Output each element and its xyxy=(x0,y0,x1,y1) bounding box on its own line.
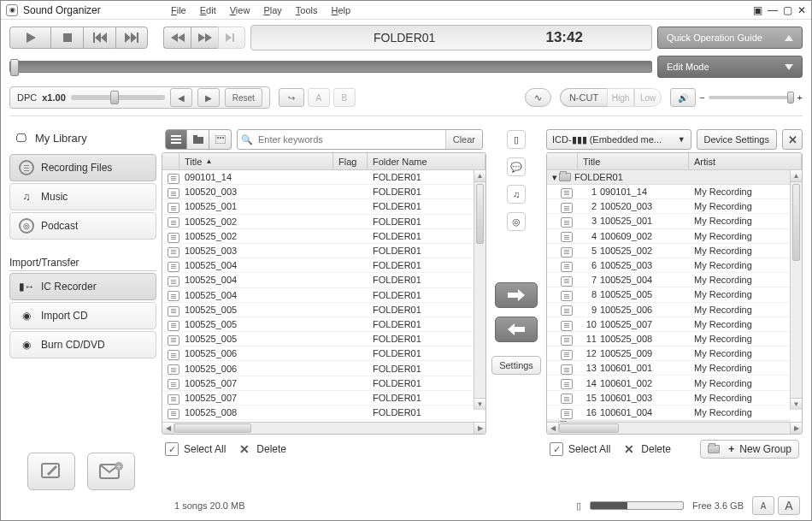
sidebar-item-recording[interactable]: Recording Files xyxy=(9,154,156,181)
tray-icon[interactable]: ▣ xyxy=(753,4,762,16)
device-vscroll[interactable]: ▲▼ xyxy=(790,170,802,410)
stop-button[interactable] xyxy=(50,27,83,49)
device-close-button[interactable]: ✕ xyxy=(782,129,803,150)
search-input[interactable] xyxy=(256,131,445,148)
menu-play[interactable]: Play xyxy=(263,5,281,15)
send-mail-button[interactable]: + xyxy=(87,453,135,490)
sidebar-item-music[interactable]: ♫ Music xyxy=(9,183,156,210)
table-row[interactable]: 6100525_003 My Recording xyxy=(547,258,790,273)
table-row[interactable]: 100525_005 FOLDER01 xyxy=(162,332,474,346)
table-row[interactable]: 100525_006 FOLDER01 xyxy=(162,346,474,361)
table-row[interactable]: 100520_003 FOLDER01 xyxy=(162,185,474,199)
delete-button[interactable]: ✕ Delete xyxy=(238,442,286,456)
table-row[interactable]: 1090101_14 My Recording xyxy=(547,185,790,199)
table-row[interactable]: 100525_007 FOLDER01 xyxy=(162,391,474,406)
volume-icon[interactable]: 🔊 xyxy=(670,88,696,107)
new-group-button[interactable]: + New Group xyxy=(700,440,799,459)
table-row[interactable]: 14100601_002 My Recording xyxy=(547,376,790,390)
table-row[interactable]: 090101_14 FOLDER01 xyxy=(162,170,474,185)
table-row[interactable]: 15100601_003 My Recording xyxy=(547,391,790,406)
menu-edit[interactable]: Edit xyxy=(200,5,216,15)
dev-col-artist[interactable]: Artist xyxy=(689,153,802,169)
table-row[interactable]: 100525_006 FOLDER01 xyxy=(162,361,474,376)
forward-button[interactable] xyxy=(191,27,218,49)
table-row[interactable]: 5100525_002 My Recording xyxy=(547,244,790,258)
table-row[interactable]: 100525_002 FOLDER01 xyxy=(162,215,474,229)
table-row[interactable]: 8100525_005 My Recording xyxy=(547,287,790,302)
device-settings-button[interactable]: Device Settings xyxy=(697,129,777,150)
transfer-to-device-button[interactable] xyxy=(495,282,538,308)
sidebar-item-ic-recorder[interactable]: ▮↔ IC Recorder xyxy=(9,273,156,300)
rewind-button[interactable] xyxy=(163,27,191,49)
device-hscroll[interactable]: ◀▶ xyxy=(547,422,802,434)
table-row[interactable]: 100525_004 FOLDER01 xyxy=(162,273,474,287)
table-row[interactable]: 11100525_008 My Recording xyxy=(547,332,790,346)
edit-mode-button[interactable]: Edit Mode xyxy=(657,56,803,78)
sidebar-item-burn-cd[interactable]: ◉ Burn CD/DVD xyxy=(9,331,156,358)
dpc-down-button[interactable]: ◀ xyxy=(170,88,192,107)
table-row[interactable]: 16100601_004 My Recording xyxy=(547,406,790,420)
table-row[interactable]: 12100525_009 My Recording xyxy=(547,346,790,361)
menu-help[interactable]: Help xyxy=(331,5,350,15)
table-row[interactable]: 13100601_001 My Recording xyxy=(547,361,790,376)
device-folder-row[interactable]: ▸FOLDER02 xyxy=(547,420,790,422)
device-delete-button[interactable]: ✕ Delete xyxy=(622,442,671,456)
table-row[interactable]: 7100525_004 My Recording xyxy=(547,273,790,287)
view-calendar-button[interactable] xyxy=(209,129,232,150)
select-all-button[interactable]: ✓ Select All xyxy=(165,442,226,456)
ncut-high-button[interactable]: High xyxy=(607,88,634,107)
font-small-button[interactable]: A xyxy=(752,496,774,515)
menu-view[interactable]: View xyxy=(230,5,250,15)
next-button[interactable] xyxy=(115,27,148,49)
col-title[interactable]: Title ▲ xyxy=(179,153,333,169)
volume-slider[interactable] xyxy=(709,96,794,99)
device-selector[interactable]: ICD-▮▮▮ (Embedded me... ▼ xyxy=(546,129,691,150)
ncut-button[interactable]: N-CUT xyxy=(560,88,607,107)
dev-col-title[interactable]: Title xyxy=(578,153,689,169)
table-row[interactable]: 100525_002 FOLDER01 xyxy=(162,229,474,244)
table-row[interactable]: 100525_003 FOLDER01 xyxy=(162,244,474,258)
table-row[interactable]: 100525_007 FOLDER01 xyxy=(162,376,474,391)
dpc-reset-button[interactable]: Reset xyxy=(225,88,262,107)
library-vscroll[interactable]: ▲▼ xyxy=(474,170,485,410)
voice-tab-icon[interactable]: 💬 xyxy=(507,157,526,176)
close-button[interactable]: ✕ xyxy=(797,4,806,16)
transfer-to-library-button[interactable] xyxy=(495,317,538,342)
view-list-button[interactable] xyxy=(165,129,187,150)
prev-button[interactable] xyxy=(83,27,115,49)
mark-a-button[interactable]: A xyxy=(308,88,330,107)
col-flag[interactable]: Flag xyxy=(333,153,368,169)
table-row[interactable]: 10100525_007 My Recording xyxy=(547,317,790,332)
table-row[interactable]: 3100525_001 My Recording xyxy=(547,214,790,228)
table-row[interactable]: 2100520_003 My Recording xyxy=(547,199,790,214)
quick-guide-button[interactable]: Quick Operation Guide xyxy=(657,27,803,49)
repeat-button[interactable]: ↪ xyxy=(279,88,304,107)
waveform-button[interactable]: ∿ xyxy=(525,88,551,107)
library-hscroll[interactable]: ◀▶ xyxy=(162,422,485,434)
play-button[interactable] xyxy=(9,27,50,49)
device-select-all-button[interactable]: ✓ Select All xyxy=(550,442,610,456)
dpc-up-button[interactable]: ▶ xyxy=(197,88,220,107)
ncut-low-button[interactable]: Low xyxy=(634,88,662,107)
dpc-slider[interactable] xyxy=(71,95,165,100)
table-row[interactable]: 100525_004 FOLDER01 xyxy=(162,288,474,303)
transfer-settings-button[interactable]: Settings xyxy=(491,356,541,375)
table-row[interactable]: 100525_005 FOLDER01 xyxy=(162,303,474,317)
sidebar-item-podcast[interactable]: ◎ Podcast xyxy=(9,212,156,240)
seek-slider[interactable] xyxy=(9,61,652,73)
easy-search-button[interactable] xyxy=(218,27,245,49)
table-row[interactable]: 9100525_006 My Recording xyxy=(547,303,790,317)
menu-tools[interactable]: Tools xyxy=(296,5,318,15)
col-folder[interactable]: Folder Name xyxy=(368,153,485,169)
table-row[interactable]: 4100609_002 My Recording xyxy=(547,229,790,244)
view-folder-button[interactable] xyxy=(187,129,209,150)
device-folder-row[interactable]: ▾FOLDER01 xyxy=(547,170,790,185)
minimize-button[interactable]: — xyxy=(768,4,778,16)
font-large-button[interactable]: A xyxy=(778,496,800,515)
table-row[interactable]: 100525_005 FOLDER01 xyxy=(162,317,474,332)
edit-file-button[interactable] xyxy=(27,453,75,490)
podcast-tab-icon[interactable]: ◎ xyxy=(507,212,526,231)
music-tab-icon[interactable]: ♫ xyxy=(507,185,526,204)
table-row[interactable]: 100525_001 FOLDER01 xyxy=(162,199,474,214)
search-clear-button[interactable]: Clear xyxy=(445,130,482,149)
